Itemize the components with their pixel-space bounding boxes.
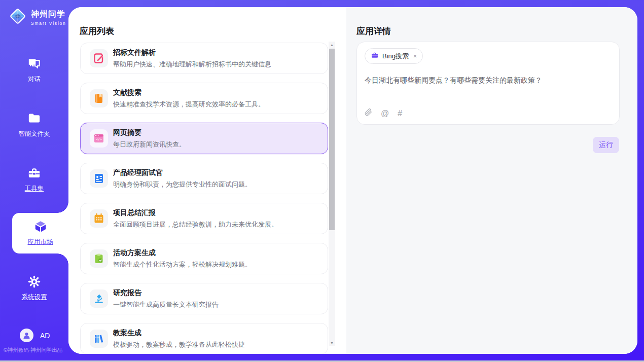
close-icon[interactable]: × xyxy=(413,53,417,60)
app-card-description: 明确身份和职责，为您提供专业性的面试问题。 xyxy=(113,180,252,189)
diamond-logo-icon xyxy=(8,7,27,28)
app-detail-title: 应用详情 xyxy=(356,25,391,37)
app-card-literature-search[interactable]: 文献搜索 快速精准查找学术资源，提高研究效率的必备工具。 xyxy=(80,83,328,114)
toolbox-icon xyxy=(27,173,41,182)
app-card-bid-document-analysis[interactable]: 招标文件解析 帮助用户快速、准确地理解和解析招标书中的关键信息 xyxy=(80,43,328,74)
app-card-description: 全面回顾项目进展，总结经验教训，助力未来优化发展。 xyxy=(113,220,278,229)
briefcase-icon xyxy=(371,51,379,61)
sidebar-item-label: 工具集 xyxy=(0,185,68,193)
folder-icon xyxy=(27,118,41,127)
hash-icon[interactable]: # xyxy=(398,110,402,118)
sidebar-item-label: 对话 xyxy=(0,75,68,84)
app-card-description: 每日政府新闻资讯快查。 xyxy=(113,140,186,149)
app-card-lesson-plan[interactable]: 教案生成 模板驱动，教案秒成，教学准备从此轻松快捷 xyxy=(80,323,328,354)
sidebar-item-settings[interactable]: 系统设置 xyxy=(0,275,68,302)
app-card-title: 研究报告 xyxy=(113,288,219,298)
app-list-panel: 应用列表 招标文件解析 帮助用户快速、准确地理解和解析招标书中的关键信息 xyxy=(68,7,346,354)
app-card-project-summary[interactable]: 项目总结汇报 全面回顾项目进展，总结经验教训，助力未来优化发展。 xyxy=(80,203,328,234)
app-card-research-report[interactable]: 研究报告 一键智能生成高质量长文本研究报告 xyxy=(80,283,328,314)
app-card-title: 项目总结汇报 xyxy=(113,208,278,218)
app-card-web-summary[interactable]: </> 网页摘要 每日政府新闻资讯快查。 xyxy=(80,123,328,154)
brand-tagline: Smart Vision xyxy=(31,21,66,26)
app-card-description: 快速精准查找学术资源，提高研究效率的必备工具。 xyxy=(113,100,265,109)
user-account[interactable]: AD xyxy=(20,329,50,342)
app-window: 神州问学 Smart Vision 对话 智能文件夹 xyxy=(0,0,644,362)
sidebar-item-smart-folder[interactable]: 智能文件夹 xyxy=(0,112,68,138)
sidebar-item-app-market[interactable]: 应用市场 xyxy=(12,213,68,254)
paperclip-icon[interactable] xyxy=(365,108,372,119)
brand-logo: 神州问学 Smart Vision xyxy=(8,7,66,28)
user-initials: AD xyxy=(40,332,50,340)
attachment-toolbar: @ # xyxy=(365,108,402,119)
app-card-description: 智能生成个性化活动方案，轻松解决规划难题。 xyxy=(113,260,252,269)
copyright-text: ©神州数码·神州问学出品 xyxy=(4,347,68,354)
sidebar: 神州问学 Smart Vision 对话 智能文件夹 xyxy=(0,0,68,362)
app-card-description: 模板驱动，教案秒成，教学准备从此轻松快捷 xyxy=(113,340,245,349)
scrollbar-thumb[interactable] xyxy=(329,49,335,230)
scrollbar-up-arrow[interactable]: ▲ xyxy=(329,42,335,48)
app-card-pm-interviewer[interactable]: 产品经理面试官 明确身份和职责，为您提供专业性的面试问题。 xyxy=(80,163,328,194)
chat-icon xyxy=(27,63,41,72)
scrollbar-down-arrow[interactable]: ▼ xyxy=(329,340,335,346)
resume-icon xyxy=(90,169,108,188)
prompt-card: Bing搜索 × 今日湖北有哪些新闻要点？有哪些需要关注的最新政策？ @ # xyxy=(356,42,620,125)
browser-code-icon: </> xyxy=(90,129,108,148)
sidebar-item-label: 智能文件夹 xyxy=(0,130,68,138)
main-content: 应用列表 招标文件解析 帮助用户快速、准确地理解和解析招标书中的关键信息 xyxy=(68,7,637,354)
app-card-list: 招标文件解析 帮助用户快速、准确地理解和解析招标书中的关键信息 文献搜索 xyxy=(80,43,328,354)
brand-text: 神州问学 Smart Vision xyxy=(31,9,66,26)
avatar xyxy=(20,329,33,342)
cube-icon xyxy=(33,227,48,236)
document-edit-icon xyxy=(90,49,108,67)
app-card-title: 文献搜索 xyxy=(113,88,265,97)
clipboard-check-icon xyxy=(90,249,108,268)
tool-chip-label: Bing搜索 xyxy=(382,52,409,61)
app-card-description: 一键智能生成高质量长文本研究报告 xyxy=(113,300,219,309)
tool-chip-bing-search[interactable]: Bing搜索 × xyxy=(365,48,423,64)
book-icon xyxy=(90,89,108,107)
at-sign-icon[interactable]: @ xyxy=(381,110,389,118)
prompt-input[interactable]: 今日湖北有哪些新闻要点？有哪些需要关注的最新政策？ xyxy=(365,76,612,85)
sidebar-item-label: 应用市场 xyxy=(12,238,68,246)
list-scrollbar[interactable]: ▲ ▼ xyxy=(329,42,335,346)
app-card-title: 网页摘要 xyxy=(113,128,186,137)
svg-text:</>: </> xyxy=(96,137,102,141)
app-card-event-plan[interactable]: 活动方案生成 智能生成个性化活动方案，轻松解决规划难题。 xyxy=(80,243,328,274)
brand-name: 神州问学 xyxy=(31,10,65,18)
app-card-title: 产品经理面试官 xyxy=(113,168,252,177)
sidebar-item-label: 系统设置 xyxy=(0,293,68,302)
app-list-title: 应用列表 xyxy=(80,25,114,37)
gear-icon xyxy=(27,281,41,290)
sidebar-item-chat[interactable]: 对话 xyxy=(0,57,68,84)
sidebar-item-toolset[interactable]: 工具集 xyxy=(0,166,68,193)
calendar-icon xyxy=(90,209,108,228)
app-card-title: 活动方案生成 xyxy=(113,248,252,258)
microscope-icon xyxy=(90,289,108,308)
run-button[interactable]: 运行 xyxy=(593,137,619,153)
app-card-title: 招标文件解析 xyxy=(113,48,271,57)
app-card-title: 教案生成 xyxy=(113,329,245,338)
app-detail-panel: 应用详情 Bing搜索 × 今日湖北有哪些新闻要点？有哪些需要关注的最新政策？ xyxy=(346,7,637,354)
app-card-description: 帮助用户快速、准确地理解和解析招标书中的关键信息 xyxy=(113,60,271,69)
books-icon xyxy=(90,330,108,348)
